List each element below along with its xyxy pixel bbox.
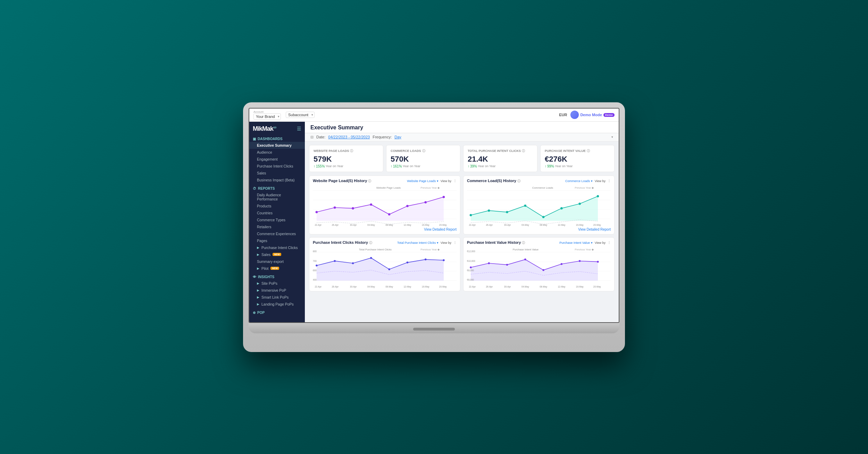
- sidebar-item-label: Smart Link PoPs: [261, 295, 289, 299]
- info-icon[interactable]: ⓘ: [369, 241, 372, 245]
- chart-header: Purchase Intent Clicks History ⓘ Total P…: [313, 240, 457, 245]
- frequency-label: Frequency:: [373, 135, 392, 139]
- metric-select[interactable]: Website Page Loads ▾: [407, 179, 438, 183]
- view-by-select[interactable]: ⋮: [608, 241, 611, 245]
- svg-text:12-May: 12-May: [403, 285, 411, 288]
- expand-arrow-icon: ▶: [257, 302, 259, 306]
- brand-select[interactable]: Your Brand: [253, 113, 281, 120]
- sidebar: MikMak3.0 ☰ ▣ Dashboards Executive Summa…: [249, 122, 305, 322]
- kpi-card-website-loads: WEBSITE PAGE LOADS ⓘ 579K ↑ 155% Year on…: [309, 145, 383, 172]
- screen: Account Your Brand Subaccount: [249, 108, 619, 323]
- currency-badge[interactable]: EUR: [559, 113, 567, 117]
- kpi-card-commerce-loads: COMMERCE LOADS ⓘ 570K ↑ 161% Year on Yea…: [386, 145, 460, 172]
- chart-title: Purchase Intent Clicks History ⓘ: [313, 240, 372, 245]
- filter-bar: ⊟ Date: 04/22/2023 - 05/22/2023 Frequenc…: [305, 133, 619, 142]
- subaccount-select-wrap[interactable]: Subaccount: [286, 112, 315, 118]
- svg-point-28: [470, 214, 472, 216]
- sidebar-item-purchase-intent-clicks-report[interactable]: ▶ Purchase Intent Clicks: [249, 244, 305, 251]
- chart-svg-piv: €6,000 €8,000 €10,000 €12,000 22-Apr 26-…: [467, 247, 611, 288]
- svg-point-5: [316, 211, 318, 213]
- sidebar-item-engagement[interactable]: Engagement: [249, 156, 305, 163]
- avatar-image: [571, 111, 578, 119]
- subaccount-select[interactable]: Subaccount: [286, 112, 315, 118]
- sidebar-item-sales[interactable]: Sales: [249, 170, 305, 177]
- sidebar-item-commerce-experiences[interactable]: Commerce Experiences: [249, 230, 305, 237]
- svg-text:22-Apr: 22-Apr: [469, 285, 476, 288]
- svg-text:€8,000: €8,000: [467, 269, 474, 271]
- info-icon[interactable]: ⓘ: [522, 149, 525, 153]
- kpi-label-text: COMMERCE LOADS: [391, 149, 421, 153]
- chart-svg-pic: 400 600 700 800 22-Apr 26-Apr 30-Apr 04-…: [313, 247, 457, 288]
- svg-point-7: [352, 207, 354, 209]
- chart-body-website: 22-Apr 26-Apr 30-Apr 04-May 08-May 12-Ma…: [313, 185, 457, 226]
- view-by-select[interactable]: ⋮: [453, 179, 457, 183]
- sidebar-item-summary-export[interactable]: Summary export: [249, 258, 305, 265]
- view-detailed-link[interactable]: View Detailed Report: [467, 228, 611, 231]
- info-icon[interactable]: ⓘ: [422, 149, 425, 153]
- metric-select[interactable]: Purchase Intent Value ▾: [559, 241, 592, 245]
- sidebar-item-pilot[interactable]: ▶ Pilot NEW: [249, 265, 305, 272]
- sidebar-item-audience[interactable]: Audience: [249, 149, 305, 156]
- info-icon[interactable]: ⓘ: [522, 241, 525, 245]
- sidebar-item-purchase-intent-clicks[interactable]: Purchase Intent Clicks: [249, 163, 305, 170]
- reports-section-header: ⏱ Reports: [249, 185, 305, 191]
- arrow-up-icon: ↑: [545, 164, 546, 168]
- svg-text:30-Apr: 30-Apr: [504, 223, 511, 226]
- metric-select[interactable]: Commerce Loads ▾: [565, 179, 593, 183]
- svg-text:16-May: 16-May: [576, 223, 584, 226]
- svg-point-30: [506, 211, 508, 213]
- svg-point-32: [542, 216, 545, 218]
- hamburger-icon[interactable]: ☰: [297, 126, 301, 131]
- info-icon[interactable]: ⓘ: [587, 149, 590, 153]
- svg-point-56: [407, 262, 408, 263]
- frequency-value[interactable]: Day: [394, 135, 401, 139]
- sidebar-item-site-pops[interactable]: ▶ Site PoPs: [249, 280, 305, 287]
- view-detailed-link[interactable]: View Detailed Report: [313, 228, 457, 231]
- svg-text:20-May: 20-May: [439, 223, 447, 226]
- svg-text:12-May: 12-May: [558, 285, 565, 288]
- sidebar-item-daily-audience[interactable]: Daily Audience Performance: [249, 191, 305, 203]
- sidebar-item-landing-page-pops[interactable]: ▶ Landing Page PoPs: [249, 301, 305, 308]
- view-by-select[interactable]: ⋮: [453, 241, 457, 245]
- brand-select-wrap[interactable]: Your Brand: [253, 113, 281, 120]
- kpi-value: 570K: [391, 155, 456, 164]
- view-by-select[interactable]: ⋮: [608, 179, 611, 183]
- sidebar-item-sales-report[interactable]: ▶ Sales NEW: [249, 251, 305, 258]
- svg-text:04-May: 04-May: [367, 285, 375, 288]
- info-icon[interactable]: ⓘ: [350, 149, 353, 153]
- user-area: Demo Mode Demo: [570, 111, 615, 119]
- metric-select[interactable]: Total Purchase Intent Clicks ▾: [397, 241, 439, 245]
- info-icon[interactable]: ⓘ: [517, 179, 520, 183]
- kpi-label: WEBSITE PAGE LOADS ⓘ: [314, 149, 379, 153]
- kpi-change: ↑ 161% Year on Year: [391, 164, 456, 168]
- sidebar-item-business-impact[interactable]: Business Impact (Beta): [249, 177, 305, 183]
- chevron-down-icon[interactable]: ▾: [611, 135, 613, 139]
- sidebar-item-executive-summary[interactable]: Executive Summary: [249, 142, 305, 149]
- svg-point-33: [560, 207, 563, 209]
- sidebar-item-retailers[interactable]: Retailers: [249, 223, 305, 230]
- dashboards-section-header: ▣ Dashboards: [249, 135, 305, 142]
- date-label: Date:: [316, 135, 325, 139]
- sidebar-item-commerce-types[interactable]: Commerce Types: [249, 216, 305, 223]
- expand-arrow-icon: ▶: [257, 253, 259, 256]
- subaccount-group: Subaccount: [286, 112, 315, 118]
- sidebar-item-countries[interactable]: Countries: [249, 209, 305, 216]
- kpi-change-sub: Year on Year: [478, 164, 495, 168]
- chart-controls: Total Purchase Intent Clicks ▾ View by ⋮: [397, 241, 457, 245]
- sidebar-item-smart-link-pops[interactable]: ▶ Smart Link PoPs: [249, 294, 305, 301]
- svg-point-78: [470, 266, 471, 268]
- sidebar-item-label: Products: [257, 204, 271, 208]
- date-value[interactable]: 04/22/2023 - 05/22/2023: [328, 135, 370, 139]
- sidebar-item-pages[interactable]: Pages: [249, 237, 305, 244]
- svg-point-79: [488, 262, 490, 264]
- info-icon[interactable]: ⓘ: [368, 179, 371, 183]
- chart-card-pic-history: Purchase Intent Clicks History ⓘ Total P…: [309, 237, 460, 291]
- user-name[interactable]: Demo Mode: [580, 113, 602, 117]
- sidebar-item-products[interactable]: Products: [249, 203, 305, 209]
- kpi-label-text: WEBSITE PAGE LOADS: [314, 149, 349, 153]
- sidebar-item-immersive-pop[interactable]: ▶ Immersive PoP: [249, 287, 305, 294]
- kpi-change: ↑ 39% Year on Year: [468, 164, 533, 168]
- demo-badge: Demo: [603, 113, 615, 117]
- insights-section-header: 👁 Insights: [249, 273, 305, 280]
- sidebar-item-label: Purchase Intent Clicks: [257, 164, 293, 168]
